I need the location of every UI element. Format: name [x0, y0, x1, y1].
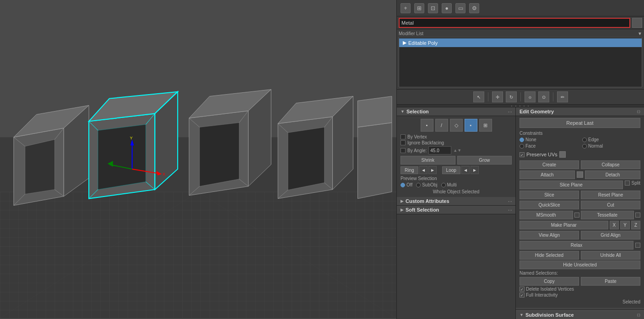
- border-mode-icon[interactable]: ◇: [450, 119, 463, 132]
- detach-button[interactable]: Detach: [585, 170, 640, 179]
- object-color-swatch[interactable]: [632, 18, 642, 28]
- collapse-button[interactable]: Collapse: [581, 160, 640, 169]
- ignore-backfacing-checkbox[interactable]: [400, 140, 406, 145]
- loop-button[interactable]: Loop: [442, 166, 460, 174]
- svg-text:Y: Y: [130, 136, 133, 140]
- split-label: Split: [632, 181, 640, 189]
- angle-spinner-icon[interactable]: ▲▼: [453, 148, 461, 153]
- delete-isolated-checkbox[interactable]: [520, 287, 525, 292]
- by-angle-checkbox[interactable]: [400, 148, 406, 153]
- preserve-uvs-checkbox[interactable]: [520, 152, 525, 157]
- object-name-input[interactable]: [399, 18, 630, 28]
- constraint-edge-label: Edge: [588, 137, 599, 142]
- shrink-button[interactable]: Shrink: [400, 156, 455, 165]
- slice-plane-button[interactable]: Slice Plane: [520, 181, 623, 189]
- by-vertex-row: By Vertex: [400, 134, 512, 139]
- vertex-mode-icon[interactable]: •: [421, 119, 433, 132]
- ignore-backfacing-row: Ignore Backfacing: [400, 140, 512, 145]
- custom-attr-header[interactable]: ▶ Custom Attributes • •: [397, 197, 515, 206]
- toolbar-hierarchy-icon[interactable]: ⊡: [428, 3, 438, 13]
- preserve-uvs-settings-icon[interactable]: [559, 151, 566, 158]
- by-angle-input[interactable]: [428, 146, 451, 154]
- x-axis-button[interactable]: X: [610, 221, 619, 229]
- preview-off-radio[interactable]: [400, 183, 405, 187]
- toolbar-add-icon[interactable]: +: [400, 3, 411, 13]
- by-vertex-checkbox[interactable]: [400, 134, 406, 139]
- loop-next-icon[interactable]: ▶: [471, 166, 479, 174]
- name-row: [397, 16, 644, 29]
- msmooth-checkbox[interactable]: [574, 213, 579, 218]
- subdivision-expander[interactable]: ⟪⟫: [637, 313, 640, 317]
- create-button[interactable]: Create: [520, 160, 579, 169]
- hide-selected-button[interactable]: Hide Selected: [520, 251, 579, 260]
- tool-select-icon[interactable]: ↖: [473, 91, 484, 102]
- reset-plane-button[interactable]: Reset Plane: [581, 191, 640, 199]
- constraint-edge-radio[interactable]: [582, 138, 587, 142]
- attach-button[interactable]: Attach: [520, 170, 575, 179]
- sel-mode-icons: • / ◇ ▪ ⊞: [400, 119, 512, 132]
- tool-move-icon[interactable]: ✛: [492, 91, 503, 102]
- cut-button[interactable]: Cut: [581, 201, 640, 209]
- paste-button[interactable]: Paste: [581, 277, 640, 286]
- element-mode-icon[interactable]: ⊞: [479, 119, 492, 132]
- preview-subobj-radio[interactable]: [416, 183, 421, 187]
- copy-button[interactable]: Copy: [520, 277, 579, 286]
- ring-button[interactable]: Ring: [400, 166, 418, 174]
- constraint-face[interactable]: Face: [520, 144, 578, 149]
- toolbar-modifier-icon[interactable]: ⊞: [414, 3, 424, 13]
- preview-multi-radio[interactable]: [441, 183, 446, 187]
- constraint-face-label: Face: [525, 144, 536, 149]
- constraint-normal[interactable]: Normal: [582, 144, 640, 149]
- toolbar-motion-icon[interactable]: ●: [442, 3, 452, 13]
- tool-lasso-icon[interactable]: ⌾: [525, 91, 536, 102]
- selection-header[interactable]: ▼ Selection • •: [397, 107, 515, 116]
- quickslice-button[interactable]: QuickSlice: [520, 201, 579, 209]
- edit-geometry-expander[interactable]: ⟪⟫: [637, 110, 640, 114]
- full-interactivity-checkbox[interactable]: [520, 292, 525, 298]
- hide-unselected-row: Hide Unselected: [520, 261, 640, 269]
- loop-prev-icon[interactable]: ◀: [461, 166, 470, 174]
- edge-mode-icon[interactable]: /: [435, 119, 448, 132]
- constraint-none[interactable]: None: [520, 137, 578, 142]
- toolbar-display-icon[interactable]: ▭: [455, 3, 465, 13]
- preview-multi-option[interactable]: Multi: [441, 182, 457, 187]
- grid-align-button[interactable]: Grid Align: [581, 231, 640, 239]
- unhide-all-button[interactable]: Unhide All: [581, 251, 640, 260]
- preview-subobj-option[interactable]: SubObj: [416, 182, 437, 187]
- by-vertex-label: By Vertex: [407, 134, 427, 139]
- named-selections-label: Named Selections:: [520, 271, 640, 276]
- tessellate-button[interactable]: Tessellate: [581, 211, 634, 219]
- constraint-normal-radio[interactable]: [582, 144, 587, 149]
- y-axis-button[interactable]: Y: [620, 221, 630, 229]
- tool-edit-icon[interactable]: ✏: [557, 91, 568, 102]
- view-align-button[interactable]: View Align: [520, 231, 579, 239]
- constraint-none-radio[interactable]: [520, 138, 524, 142]
- modifier-section: Modifier List ▼ ▶ Editable Poly: [397, 29, 644, 90]
- constraint-face-radio[interactable]: [520, 144, 524, 149]
- editable-poly-item[interactable]: ▶ Editable Poly: [399, 38, 642, 47]
- svg-marker-17: [98, 124, 146, 189]
- make-planar-button[interactable]: Make Planar: [520, 221, 608, 229]
- ring-prev-icon[interactable]: ◀: [419, 166, 428, 174]
- z-axis-button[interactable]: Z: [631, 221, 640, 229]
- tool-rotate-icon[interactable]: ↻: [506, 91, 517, 102]
- subdivision-title: Subdivision Surface: [525, 312, 574, 318]
- toolbar-utilities-icon[interactable]: ⚙: [469, 3, 479, 13]
- soft-selection-header[interactable]: ▶ Soft Selection • •: [397, 206, 515, 214]
- grow-button[interactable]: Grow: [457, 156, 512, 165]
- ignore-backfacing-label: Ignore Backfacing: [407, 140, 444, 145]
- split-checkbox[interactable]: [625, 181, 630, 186]
- msmooth-button[interactable]: MSmooth: [520, 211, 573, 219]
- ring-next-icon[interactable]: ▶: [428, 166, 437, 174]
- attach-settings-icon[interactable]: [577, 171, 583, 178]
- hide-unselected-button[interactable]: Hide Unselected: [520, 261, 640, 269]
- relax-button[interactable]: Relax: [520, 241, 633, 250]
- polygon-mode-icon[interactable]: ▪: [465, 119, 477, 132]
- relax-checkbox[interactable]: [635, 243, 640, 248]
- preview-off-option[interactable]: Off: [400, 182, 412, 187]
- slice-button[interactable]: Slice: [520, 191, 579, 199]
- tessellate-checkbox[interactable]: [635, 213, 640, 218]
- tool-paint-icon[interactable]: ⊙: [538, 91, 549, 102]
- repeat-last-button[interactable]: Repeat Last: [520, 118, 640, 128]
- constraint-edge[interactable]: Edge: [582, 137, 640, 142]
